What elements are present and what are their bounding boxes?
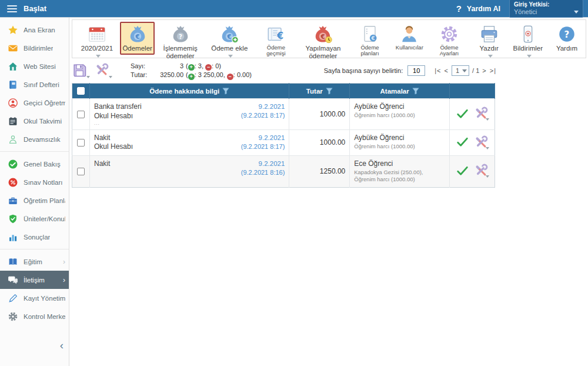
payment-info: Nakit [94,159,110,177]
sidebar-item-genel-bakis[interactable]: Genel Bakış [0,155,69,173]
sidebar-item-label: Devamsızlık [24,136,61,143]
row-checkbox[interactable] [77,111,85,118]
page-size-input[interactable] [407,65,425,76]
count-value: 3 [151,62,183,71]
sidebar-item-sonuclar[interactable]: Sonuçlar [0,228,69,246]
sidebar-item-iletisim[interactable]: İletişim› [0,271,69,289]
payment-datetime-link[interactable]: (9.2.2021 8:17) [241,142,285,151]
approved-check-icon[interactable] [456,135,469,149]
sidebar-item-devamsizlik[interactable]: Devamsızlık [0,130,69,148]
save-button[interactable] [72,62,89,79]
payment-account: Okul Hesabı [94,142,133,152]
page-select[interactable]: 1 [452,65,469,76]
payment-info: Banka transferiOkul Hesabı... [94,102,142,125]
toolbar-item-yardim[interactable]: ?Yardım [550,22,584,55]
student-name: Ece Öğrenci [354,159,445,168]
home-icon [8,61,18,72]
payment-info: NakitOkul Hesabı [94,134,133,152]
toolbar-item-odeme-gecmisi[interactable]: €Ödeme geçmişi [255,22,298,59]
sidebar-item-ogretim-planlari[interactable]: Öğretim Planları [0,191,69,209]
last-page-button[interactable]: >| [490,67,496,74]
toolbar-item-label: Ödeme geçmişi [259,45,294,57]
help-ai-button[interactable]: Yardım AI [467,5,500,13]
pagination: Sayfa başına sayıyı belirtin: |< < 1 / 1… [324,65,496,76]
payment-method: Nakit [94,159,110,169]
column-header-assignments[interactable]: Atamalar [350,84,450,99]
tools-button[interactable] [94,62,112,79]
sidebar-item-sinav-notlari[interactable]: Sınav Notları [0,173,69,191]
sidebar-item-ana-ekran[interactable]: Ana Ekran [0,21,69,39]
main-area: 2020/2021€Ödemeler?İşlenmemiş ödemeler€Ö… [69,18,588,366]
table-header-row: Ödeme hakkında bilgi Tutar Atamalar [72,84,495,99]
next-page-button[interactable]: > [482,67,486,74]
row-tools-button[interactable] [473,163,489,178]
row-checkbox[interactable] [77,139,85,147]
sidebar-item-kayit-yonetimi[interactable]: Kayıt Yönetimi [0,289,69,307]
toolbar-item-yazdir[interactable]: Yazdır [472,22,506,62]
approved-check-icon[interactable] [456,107,469,121]
positive-icon: + [188,74,195,80]
sidebar-item-label: Genel Bakış [24,161,61,168]
row-checkbox[interactable] [77,168,85,175]
filter-icon[interactable] [326,88,333,95]
payment-date-link[interactable]: 9.2.2021 [241,159,285,168]
shield-check-icon [8,214,18,224]
mail-icon [8,43,18,54]
payment-date-link[interactable]: 9.2.2021 [241,134,285,142]
toolbar-item-year[interactable]: 2020/2021 [75,22,119,62]
row-tools-button[interactable] [473,135,489,150]
chevron-down-icon [462,69,467,72]
toolbar-item-islenmemis-odemeler[interactable]: ?İşlenmemiş ödemeler [156,22,205,62]
payment-date-link[interactable]: 9.2.2021 [241,102,285,111]
toolbar-item-odeme-planlari[interactable]: €Ödeme planları [349,22,392,59]
payment-row: Banka transferiOkul Hesabı...9.2.2021(9.… [72,99,495,129]
help-question-icon[interactable]: ? [456,4,462,14]
sidebar-item-egitim[interactable]: Eğitim› [0,252,69,271]
page-size-label: Sayfa başına sayıyı belirtin: [324,67,403,74]
toolbar-item-kullanicilar[interactable]: Kullanıcılar [392,22,426,53]
chevron-down-icon [527,55,532,58]
select-all-checkbox[interactable] [77,87,85,95]
payment-datetime-link[interactable]: (9.2.2021 8:17) [241,111,285,119]
toolbar-item-odemeler[interactable]: €Ödemeler [120,22,155,55]
sidebar-collapse-button[interactable]: ‹ [60,340,64,351]
sidebar-item-gecici-ogretmen[interactable]: Geçici Öğretm... [0,94,69,112]
payment-datetime-link[interactable]: (9.2.2021 8:16) [241,168,285,177]
approved-check-icon[interactable] [456,164,469,178]
user-icon [399,24,419,44]
toolbar-item-label: Ödeme ekle [210,45,249,59]
role-selector[interactable]: Giriş Yetkisi: Yönetici [509,0,583,18]
controls-row: Sayı: 3 (+: 3, −: 0) Tutar: 3250.00 (+: … [72,61,496,80]
sidebar-item-bildirimler[interactable]: Bildirimler [0,39,69,57]
chevron-down-icon [486,118,489,121]
gear-gray-icon [8,311,18,322]
column-header-payment-info[interactable]: Ödeme hakkında bilgi [89,84,289,99]
sidebar-item-kontrol-merkezi[interactable]: Kontrol Merkezi [0,307,69,325]
column-header-amount[interactable]: Tutar [289,84,350,99]
filter-icon[interactable] [222,88,229,95]
sidebar-item-uniteler-konular[interactable]: Üniteler/Konular [0,209,69,228]
sidebar-item-label: Kayıt Yönetimi [24,295,65,302]
prev-page-button[interactable]: < [444,67,448,74]
role-label: Giriş Yetkisi: [514,1,579,8]
toolbar-item-bildirimler-tb[interactable]: Bildirimler [507,22,549,62]
sidebar-item-web-sitesi[interactable]: Web Sitesi [0,57,69,75]
toolbar-item-yapilmayan-odemeler[interactable]: €Yapılmayan ödemeler [299,22,348,62]
chevron-right-icon: › [63,276,65,284]
filter-icon[interactable] [412,88,419,95]
sidebar-item-okul-takvimi[interactable]: Okul Takvimi [0,112,69,130]
toolbar-item-odeme-ayarlari[interactable]: Ödeme Ayarları [427,22,470,59]
sidebar-item-sinif-defteri[interactable]: Sınıf Defteri [0,75,69,94]
toolbar-item-label: Yardım [556,45,577,52]
start-menu-button[interactable]: Başlat [24,4,46,13]
row-tools-button[interactable] [473,106,489,121]
payment-method: Banka transferi [94,102,142,112]
toolbar-item-label: Ödeme planları [353,45,387,57]
menu-icon[interactable] [7,5,17,12]
open-book-icon [8,257,18,267]
first-page-button[interactable]: |< [435,67,441,74]
sidebar-divider [0,151,69,152]
star-icon [8,25,18,35]
toolbar-item-odeme-ekle[interactable]: €Ödeme ekle [206,22,253,62]
bar-chart-icon [8,232,18,242]
